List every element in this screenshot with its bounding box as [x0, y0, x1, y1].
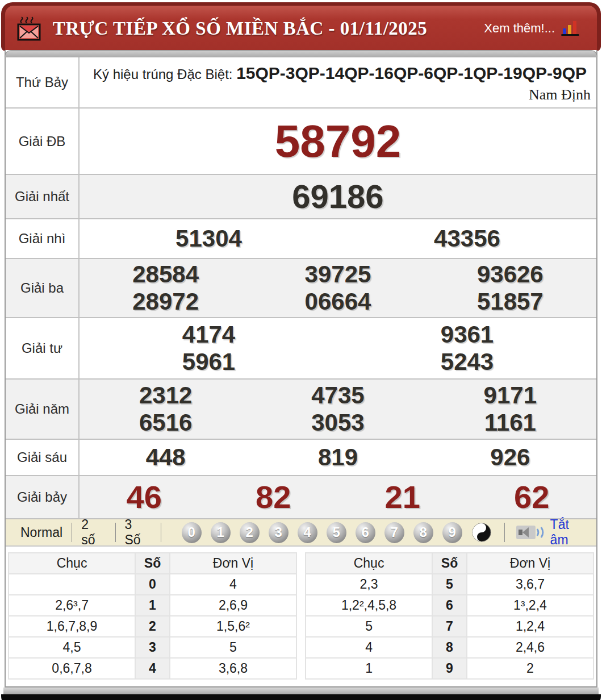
donvi-cell: 3,6,8 [170, 658, 296, 679]
digit-stats: Chục Số Đơn Vị 0 4 2,6³,7 1 2,6,9 1,6,7,… [6, 547, 596, 686]
row-second-prize: Giải nhì 51304 43356 [6, 219, 596, 259]
chuc-cell: 2,6³,7 [9, 595, 135, 616]
table-row: 1 9 2 [306, 658, 593, 679]
fifth-prize-number: 3053 [252, 409, 424, 436]
donvi-cell: 2,4,6 [467, 637, 593, 658]
so-cell: 9 [432, 658, 467, 679]
footer-black-band [1, 694, 601, 700]
chuc-cell: 4 [306, 637, 432, 658]
mode-normal-button[interactable]: Normal [11, 523, 72, 542]
speaker-icon [516, 523, 546, 541]
so-cell: 3 [135, 637, 170, 658]
second-prize-number: 51304 [80, 225, 338, 252]
fifth-prize-number: 2312 [80, 382, 252, 409]
first-prize-number: 69186 [80, 178, 596, 216]
fifth-prize-number: 9171 [424, 382, 596, 409]
panel-top-band [5, 50, 597, 57]
column-header-so: Số [135, 553, 170, 574]
donvi-cell: 1,5,6² [170, 616, 296, 637]
hot-envelope-icon [16, 15, 43, 41]
column-header-so: Số [432, 553, 467, 574]
digit-ball-9[interactable]: 9 [442, 522, 462, 543]
digit-ball-3[interactable]: 3 [269, 522, 289, 543]
mode-2so-button[interactable]: 2 số [72, 523, 115, 542]
so-cell: 0 [135, 574, 170, 595]
toolbar: Normal 2 số 3 Số 0 1 2 3 4 5 6 7 8 9 [6, 519, 596, 547]
special-prize-label: Giải ĐB [6, 109, 80, 174]
third-prize-number: 06664 [252, 288, 424, 315]
see-more-link[interactable]: Xem thêm!... [484, 19, 581, 38]
province-name: Nam Định [80, 86, 596, 106]
digit-ball-1[interactable]: 1 [211, 522, 231, 543]
donvi-cell: 2 [467, 658, 593, 679]
digit-ball-0[interactable]: 0 [182, 522, 202, 543]
row-sixth-prize: Giải sáu 448 819 926 [6, 440, 596, 476]
yin-yang-ball-icon[interactable] [471, 522, 492, 543]
so-cell: 5 [432, 574, 467, 595]
row-fourth-prize: Giải tư 4174 9361 5961 5243 [6, 318, 596, 380]
donvi-cell: 2,6,9 [170, 595, 296, 616]
chuc-cell: 2,3 [306, 574, 432, 595]
donvi-cell: 1,2,4 [467, 616, 593, 637]
mute-button[interactable]: Tắt âm [516, 517, 591, 548]
column-header-donvi: Đơn Vị [170, 553, 296, 574]
table-row: 1,2²,4,5,8 6 1³,2,4 [306, 595, 593, 616]
digit-ball-2[interactable]: 2 [240, 522, 260, 543]
stats-table-left: Chục Số Đơn Vị 0 4 2,6³,7 1 2,6,9 1,6,7,… [8, 552, 297, 680]
table-row: 2,3 5 3,6,7 [306, 574, 593, 595]
donvi-cell: 5 [170, 637, 296, 658]
digit-ball-8[interactable]: 8 [413, 522, 433, 543]
row-special-prize: Giải ĐB 58792 [6, 109, 596, 175]
so-cell: 8 [432, 637, 467, 658]
fourth-prize-number: 5243 [338, 348, 596, 376]
chuc-cell: 1,2²,4,5,8 [306, 595, 432, 616]
symbol-prefix: Ký hiệu trúng Đặc Biệt: [93, 66, 232, 82]
third-prize-number: 28972 [80, 288, 252, 315]
table-row: 2,6³,7 1 2,6,9 [9, 595, 296, 616]
row-seventh-prize: Giải bảy 46 82 21 62 [6, 476, 596, 519]
column-header-chuc: Chục [9, 553, 135, 574]
bar-chart-icon [561, 19, 581, 38]
sixth-prize-number: 819 [252, 444, 424, 471]
third-prize-number: 28584 [80, 261, 252, 288]
table-row: 4,5 3 5 [9, 637, 296, 658]
symbol-text: Ký hiệu trúng Đặc Biệt: 15QP-3QP-14QP-16… [80, 59, 596, 86]
fifth-prize-label: Giải năm [6, 380, 80, 439]
seventh-prize-number: 62 [467, 479, 597, 515]
column-header-donvi: Đơn Vị [467, 553, 593, 574]
chuc-cell: 1,6,7,8,9 [9, 616, 135, 637]
digit-ball-5[interactable]: 5 [327, 522, 346, 543]
first-prize-label: Giải nhất [6, 175, 80, 218]
fourth-prize-label: Giải tư [6, 318, 80, 378]
digit-ball-6[interactable]: 6 [356, 522, 375, 543]
chuc-cell: 0,6,7,8 [9, 658, 135, 679]
so-cell: 2 [135, 616, 170, 637]
row-symbol: Thứ Bảy Ký hiệu trúng Đặc Biệt: 15QP-3QP… [6, 57, 596, 109]
table-row: 1,6,7,8,9 2 1,5,6² [9, 616, 296, 637]
donvi-cell: 1³,2,4 [467, 595, 593, 616]
row-third-prize: Giải ba 28584 39725 93626 28972 06664 51… [6, 259, 596, 318]
donvi-cell: 3,6,7 [467, 574, 593, 595]
donvi-cell: 4 [170, 574, 296, 595]
table-row: 0,6,7,8 4 3,6,8 [9, 658, 296, 679]
toolbar-divider [504, 523, 505, 542]
symbol-body: Ký hiệu trúng Đặc Biệt: 15QP-3QP-14QP-16… [80, 57, 596, 107]
digit-ball-4[interactable]: 4 [298, 522, 317, 543]
digit-ball-7[interactable]: 7 [384, 522, 404, 543]
chuc-cell: 5 [306, 616, 432, 637]
table-row: 4 8 2,4,6 [306, 637, 593, 658]
day-label: Thứ Bảy [6, 57, 80, 107]
fifth-prize-number: 4735 [252, 382, 424, 409]
so-cell: 6 [432, 595, 467, 616]
symbol-code: 15QP-3QP-14QP-16QP-6QP-1QP-19QP-9QP [236, 64, 587, 82]
chuc-cell [9, 574, 135, 595]
seventh-prize-number: 82 [209, 479, 338, 515]
chuc-cell: 1 [306, 658, 432, 679]
page-title: TRỰC TIẾP XỔ SỐ MIỀN BẮC - 01/11/2025 [53, 18, 427, 39]
table-row: 0 4 [9, 574, 296, 595]
fourth-prize-number: 5961 [80, 348, 338, 376]
so-cell: 4 [135, 658, 170, 679]
mode-3so-button[interactable]: 3 Số [116, 523, 161, 542]
table-row: 5 7 1,2,4 [306, 616, 593, 637]
seventh-prize-number: 46 [80, 479, 209, 515]
